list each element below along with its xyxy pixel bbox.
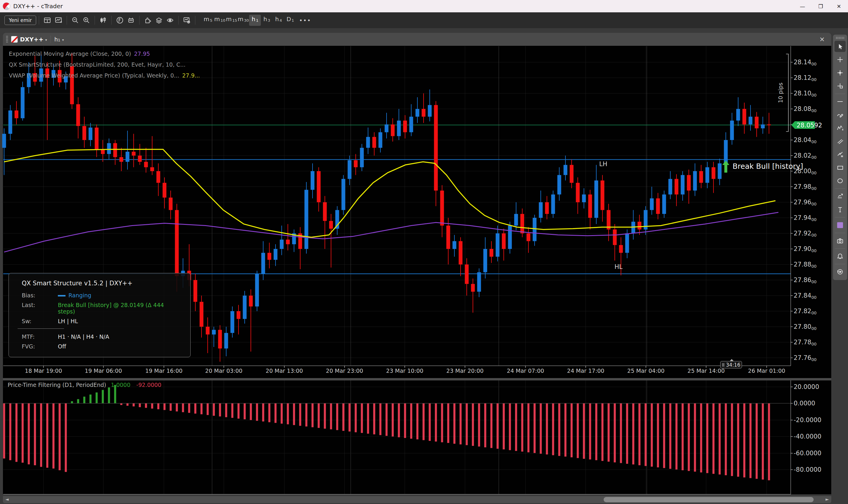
lower-indicator-green-value: 1.0000 <box>111 382 130 388</box>
svg-text:20.0000: 20.0000 <box>794 383 819 391</box>
crosshair-snap-icon <box>836 69 844 76</box>
countdown-grid-icon <box>722 363 724 367</box>
cursor-icon <box>836 43 844 50</box>
crosshair-snap-tool-button[interactable] <box>834 67 846 78</box>
sw-label: Sw: <box>22 318 58 324</box>
freehand-pen-tool-button[interactable] <box>834 109 846 120</box>
time-axis-label: 24 Mar 17:00 <box>567 367 604 374</box>
horizontal-line-tool-button[interactable] <box>834 96 846 107</box>
text-tool-button[interactable] <box>834 204 846 215</box>
sidebar-drag-handle-icon[interactable] <box>836 37 845 39</box>
svg-text:28.0200: 28.0200 <box>794 152 816 160</box>
time-axis-label: 25 Mar 04:00 <box>628 367 665 374</box>
fibonacci-tool-button[interactable] <box>834 149 846 160</box>
svg-text:27.8400: 27.8400 <box>794 292 816 300</box>
time-axis-label: 19 Mar 16:00 <box>145 367 183 374</box>
svg-text:27.8200: 27.8200 <box>794 308 816 315</box>
ctrader-app: DXY++ - cTrader — ❐ ✕ Yeni emir m5m10m15… <box>0 0 848 504</box>
replay-tool-button[interactable] <box>834 266 846 277</box>
indicator-row[interactable]: VWAP (Volume Weighted Average Price) (Ty… <box>9 72 200 79</box>
svg-text:28.1000: 28.1000 <box>794 90 816 97</box>
scroll-left-icon[interactable]: ◄ <box>5 497 9 502</box>
last-label: Last: <box>22 302 58 315</box>
svg-text:28.1200: 28.1200 <box>794 74 816 82</box>
mtf-label: MTF: <box>22 334 58 340</box>
break-bull-arrow-icon <box>722 161 729 173</box>
fibonacci-icon <box>836 151 844 158</box>
svg-text:28.1400: 28.1400 <box>794 59 816 66</box>
mtf-value: H1 · N/A | H4 · N/A <box>58 334 184 340</box>
time-axis-label: 19 Mar 06:00 <box>85 367 122 374</box>
alert-bell-icon <box>836 253 844 260</box>
color-swatch-tool-button[interactable] <box>834 219 846 231</box>
bias-label: Bias: <box>22 292 58 299</box>
time-axis-label: 25 Mar 14:00 <box>688 367 725 374</box>
svg-text:-60.0000: -60.0000 <box>794 450 821 457</box>
fvg-label: FVG: <box>22 343 58 349</box>
scrollbar-thumb[interactable] <box>604 497 814 502</box>
time-axis-label: 20 Mar 13:00 <box>266 367 303 374</box>
smart-structure-info-panel: QX Smart Structure v1.5.2 | DXY++ Bias: … <box>8 273 191 357</box>
time-axis-label: 18 Mar 19:00 <box>25 367 62 374</box>
time-axis-label: 23 Mar 20:00 <box>446 367 484 374</box>
svg-text:-40.0000: -40.0000 <box>794 433 821 440</box>
scroll-right-icon[interactable]: ► <box>825 497 829 502</box>
drawing-tools-sidebar <box>833 35 847 280</box>
svg-text:0.0000: 0.0000 <box>794 400 815 407</box>
ellipse-tool-button[interactable] <box>834 175 846 186</box>
bias-value: Ranging <box>58 292 184 299</box>
horizontal-scrollbar[interactable]: ◄ ► <box>3 496 831 503</box>
freehand-pen-icon <box>836 111 844 118</box>
svg-text:27.9400: 27.9400 <box>794 214 816 222</box>
svg-text:28.0800: 28.0800 <box>794 105 816 113</box>
lower-indicator-red-value: -92.0000 <box>136 382 161 388</box>
text-icon <box>836 206 844 213</box>
svg-text:-80.0000: -80.0000 <box>794 466 821 473</box>
crosshair-tool-button[interactable] <box>834 54 846 65</box>
time-axis-label: 20 Mar 23:00 <box>326 367 363 374</box>
svg-text:28.0592: 28.0592 <box>797 122 822 129</box>
rectangle-tool-button[interactable] <box>834 162 846 173</box>
square-marker-tool-button[interactable] <box>834 80 846 92</box>
camera-tool-button[interactable] <box>834 235 846 246</box>
indicator-row[interactable]: Exponential Moving Average (Close, 200, … <box>9 51 150 57</box>
time-axis-label: 24 Mar 07:00 <box>507 367 544 374</box>
panel-splitter[interactable] <box>3 378 831 380</box>
elliott-waves-tool-button[interactable] <box>834 122 846 133</box>
svg-text:27.9600: 27.9600 <box>794 199 816 206</box>
trend-projection-tool-button[interactable] <box>834 191 846 202</box>
svg-text:27.7600: 27.7600 <box>794 354 816 362</box>
fvg-value: Off <box>58 343 184 349</box>
svg-text:10 pips: 10 pips <box>777 83 784 103</box>
break-bull-label: Break Bull [history] <box>732 162 803 170</box>
svg-text:27.9800: 27.9800 <box>794 183 816 191</box>
swing-label-HL: HL <box>615 263 623 270</box>
svg-text:27.8800: 27.8800 <box>794 261 816 269</box>
svg-text:28.0400: 28.0400 <box>794 137 816 144</box>
svg-text:-20.0000: -20.0000 <box>794 416 821 424</box>
square-marker-icon <box>836 83 844 90</box>
trend-projection-icon <box>836 193 844 200</box>
svg-text:27.8000: 27.8000 <box>794 323 816 331</box>
crosshair-icon <box>836 56 844 63</box>
elliott-waves-icon <box>836 124 844 131</box>
price-time-histogram <box>4 385 769 480</box>
bias-dash-icon <box>58 295 66 296</box>
equidistant-channel-icon <box>836 138 844 145</box>
swing-label-LH: LH <box>599 161 607 168</box>
cursor-tool-button[interactable] <box>834 41 846 52</box>
sw-value: LH | HL <box>58 318 184 324</box>
alert-bell-tool-button[interactable] <box>834 251 846 262</box>
equidistant-channel-tool-button[interactable] <box>834 136 846 147</box>
time-axis-label: 20 Mar 03:00 <box>205 367 243 374</box>
horizontal-line-icon <box>836 98 844 105</box>
lower-indicator-label: Price-Time Filtering (D1, PeriodEnd) 1.0… <box>7 382 161 388</box>
color-swatch-icon <box>837 222 843 228</box>
time-axis-label: 26 Mar 01:00 <box>748 367 785 374</box>
camera-icon <box>836 237 844 244</box>
svg-text:27.9000: 27.9000 <box>794 246 816 253</box>
info-panel-title: QX Smart Structure v1.5.2 | DXY++ <box>22 280 190 287</box>
svg-text:27.8600: 27.8600 <box>794 276 816 284</box>
indicator-row[interactable]: QX SmartStructure (BootstrapLimited, 200… <box>9 61 186 68</box>
current-price-tag: 28.0592 <box>791 121 822 129</box>
